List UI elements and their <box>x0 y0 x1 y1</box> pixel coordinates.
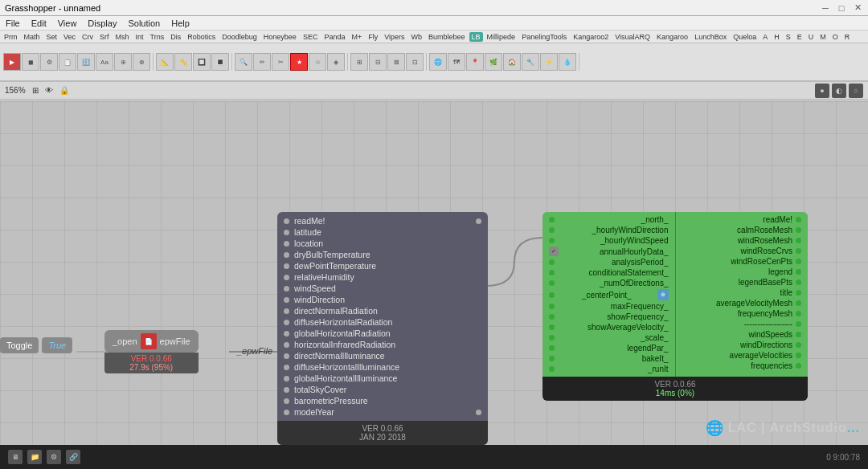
tab-vec[interactable]: Vec <box>61 32 78 42</box>
view-icon[interactable]: ⊞ <box>32 86 39 95</box>
tb-btn-30[interactable]: 💧 <box>559 53 576 71</box>
tb-btn-24[interactable]: 🗺 <box>448 53 465 71</box>
tab-h[interactable]: H <box>772 32 782 42</box>
tb-btn-10[interactable]: 📏 <box>174 53 192 71</box>
tb-btn-25[interactable]: 📍 <box>466 53 484 71</box>
tb-btn-6[interactable]: Aa <box>96 53 113 71</box>
tab-honeybee[interactable]: Honeybee <box>261 32 299 42</box>
tab-kangaroo[interactable]: Kangaroo <box>654 32 690 42</box>
menu-view[interactable]: View <box>55 18 80 28</box>
tb-btn-22[interactable]: ⊡ <box>406 53 424 71</box>
wr-in-sav: showAverageVelocity_ <box>542 322 675 332</box>
tab-m[interactable]: M <box>817 32 829 42</box>
menu-display[interactable]: Display <box>85 18 119 28</box>
tab-bumblebee[interactable]: Bumblebee <box>426 32 468 42</box>
tb-btn-3[interactable]: ⚙ <box>40 53 58 71</box>
tab-kangaroo2[interactable]: Kangaroo2 <box>571 32 611 42</box>
tab-m+[interactable]: M+ <box>349 32 364 42</box>
tab-millipede[interactable]: Millipede <box>485 32 518 42</box>
tb-btn-16[interactable]: ★ <box>290 53 308 71</box>
status-icon-2[interactable]: ◐ <box>832 84 846 98</box>
tab-panelingtools[interactable]: PanelingTools <box>519 32 569 42</box>
tb-btn-18[interactable]: ◈ <box>327 53 345 71</box>
tab-wb[interactable]: Wb <box>409 32 425 42</box>
canvas[interactable]: Toggle True _open 📄 epwFile VER 0.0.66 2… <box>0 101 868 445</box>
bb-icon-1[interactable]: 🖥 <box>8 450 23 464</box>
tab-srf[interactable]: Srf <box>97 32 112 42</box>
tb-btn-7[interactable]: ⊕ <box>114 53 132 71</box>
zoom-control[interactable]: 156% <box>5 86 26 95</box>
menu-solution[interactable]: Solution <box>125 18 162 28</box>
menu-edit[interactable]: Edit <box>29 18 49 28</box>
epw-open-label: _open <box>113 336 137 346</box>
port-dot-left <box>284 320 289 325</box>
menu-help[interactable]: Help <box>169 18 192 28</box>
tab-lb[interactable]: LB <box>469 32 483 42</box>
bb-icon-4[interactable]: 🔗 <box>66 450 80 464</box>
tb-btn-27[interactable]: 🏠 <box>503 53 521 71</box>
tb-btn-15[interactable]: ✂ <box>272 53 289 71</box>
tab-prm[interactable]: Prm <box>2 32 20 42</box>
tb-btn-2[interactable]: ◼ <box>22 53 39 71</box>
port-out-wrc <box>796 248 801 254</box>
maximize-button[interactable]: □ <box>836 2 847 14</box>
toolbar-group-1: ▶ ◼ ⚙ 📋 🔢 Aa ⊕ ⊗ <box>3 53 154 71</box>
tab-dis[interactable]: Dis <box>168 32 183 42</box>
tab-trns[interactable]: Trns <box>148 32 167 42</box>
tab-robotics[interactable]: Robotics <box>185 32 218 42</box>
tb-btn-19[interactable]: ⊞ <box>350 53 368 71</box>
tab-r[interactable]: R <box>842 32 853 42</box>
lock-icon[interactable]: 🔒 <box>59 86 69 95</box>
tab-vipers[interactable]: Vipers <box>382 32 407 42</box>
tb-btn-8[interactable]: ⊗ <box>133 53 150 71</box>
toolbar-group-5: 🌐 🗺 📍 🌿 🏠 🔧 ⚡ 💧 <box>429 53 579 71</box>
minimize-button[interactable]: ─ <box>820 2 831 14</box>
bb-icon-3[interactable]: ⚙ <box>47 450 61 464</box>
tb-btn-17[interactable]: ☆ <box>309 53 326 71</box>
tab-fly[interactable]: Fly <box>366 32 380 42</box>
tab-queloa[interactable]: Queloa <box>731 32 759 42</box>
bb-icon-2[interactable]: 📁 <box>27 450 42 464</box>
tab-math[interactable]: Math <box>22 32 43 42</box>
tb-btn-14[interactable]: ✏ <box>253 53 271 71</box>
status-icon-1[interactable]: ● <box>815 84 829 98</box>
tab-msh[interactable]: Msh <box>113 32 132 42</box>
tb-btn-11[interactable]: 🔲 <box>193 53 211 71</box>
tab-doodlebug[interactable]: Doodlebug <box>219 32 260 42</box>
eye-icon[interactable]: 👁 <box>45 86 53 95</box>
tb-btn-5[interactable]: 🔢 <box>77 53 95 71</box>
wr-out-sep: ------------------ <box>676 319 809 329</box>
node-main-item-my: modelYear <box>277 406 488 418</box>
status-icon-3[interactable]: ○ <box>849 84 863 98</box>
tab-lunchbox[interactable]: LunchBox <box>692 32 729 42</box>
tab-e[interactable]: E <box>795 32 805 42</box>
tb-btn-20[interactable]: ⊟ <box>369 53 387 71</box>
menu-file[interactable]: File <box>3 18 23 28</box>
tb-btn-23[interactable]: 🌐 <box>429 53 447 71</box>
node-main-item-lat: latitude <box>277 226 488 238</box>
tab-int[interactable]: Int <box>133 32 146 42</box>
tab-sec[interactable]: SEC <box>301 32 321 42</box>
tab-crv[interactable]: Crv <box>80 32 96 42</box>
wr-in-cs: conditionalStatement_ <box>542 267 675 278</box>
tab-a[interactable]: A <box>760 32 770 42</box>
tb-btn-13[interactable]: 🔍 <box>235 53 252 71</box>
tb-btn-4[interactable]: 📋 <box>59 53 76 71</box>
tb-btn-12[interactable]: 🔳 <box>211 53 229 71</box>
node-main-item-hir: horizontalInfraredRadiation <box>277 339 488 350</box>
tab-u[interactable]: U <box>806 32 817 42</box>
tab-o[interactable]: O <box>830 32 841 42</box>
tab-visualarq[interactable]: VisualARQ <box>612 32 653 42</box>
tb-btn-28[interactable]: 🔧 <box>522 53 539 71</box>
wr-out-title: title <box>676 288 809 298</box>
tab-s[interactable]: S <box>784 32 793 42</box>
tb-btn-9[interactable]: 📐 <box>156 53 174 71</box>
tb-btn-1[interactable]: ▶ <box>3 53 21 71</box>
tb-btn-26[interactable]: 🌿 <box>485 53 502 71</box>
tb-btn-29[interactable]: ⚡ <box>540 53 558 71</box>
tab-set[interactable]: Set <box>44 32 60 42</box>
close-button[interactable]: ✕ <box>852 2 863 14</box>
tb-btn-21[interactable]: ⊠ <box>387 53 405 71</box>
port-dot-left <box>284 218 289 224</box>
tab-panda[interactable]: Panda <box>321 32 347 42</box>
